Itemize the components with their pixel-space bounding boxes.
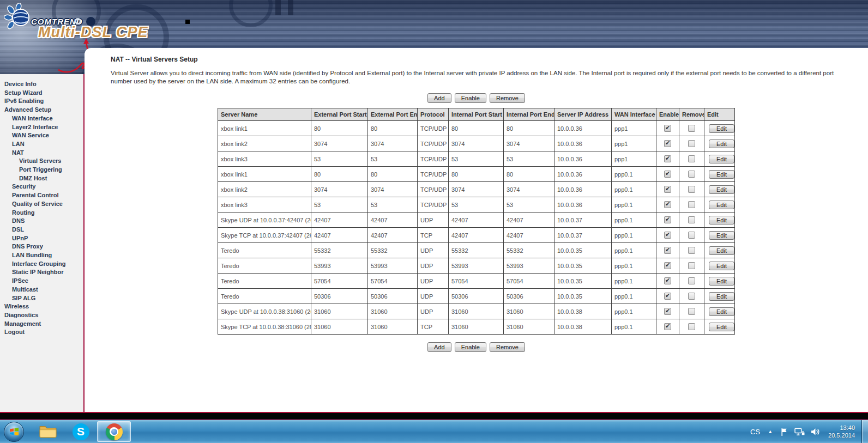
edit-button[interactable]: Edit: [709, 201, 734, 209]
enable-checkbox[interactable]: [664, 293, 671, 300]
sidebar-item-sip-alg[interactable]: SIP ALG: [0, 294, 83, 303]
sidebar-item-ipsec[interactable]: IPSec: [0, 277, 83, 286]
remove-checkbox[interactable]: [688, 140, 695, 147]
edit-button[interactable]: Edit: [709, 307, 734, 316]
sidebar-item-management[interactable]: Management: [0, 320, 83, 329]
remove-checkbox[interactable]: [688, 277, 695, 284]
skype-taskbar-button[interactable]: S: [67, 421, 95, 442]
enable-checkbox[interactable]: [664, 216, 671, 223]
add-button[interactable]: Add: [427, 93, 451, 103]
clock[interactable]: 13:40 20.5.2014: [828, 424, 855, 439]
windows-start-button[interactable]: [4, 422, 24, 442]
sidebar-item-dns-proxy[interactable]: DNS Proxy: [0, 242, 83, 251]
wan-interface-cell: ppp1: [612, 151, 656, 167]
remove-checkbox[interactable]: [688, 125, 695, 132]
add-button[interactable]: Add: [427, 342, 451, 352]
chrome-taskbar-button[interactable]: [97, 421, 131, 442]
hidden-icons-arrow[interactable]: ▲: [768, 429, 773, 434]
enable-checkbox[interactable]: [664, 186, 671, 193]
explorer-taskbar-button[interactable]: [34, 421, 62, 442]
enable-button[interactable]: Enable: [455, 342, 486, 352]
remove-button[interactable]: Remove: [490, 342, 525, 352]
sidebar-item-nat[interactable]: NAT: [0, 149, 83, 157]
edit-button[interactable]: Edit: [709, 231, 734, 240]
show-desktop-button[interactable]: [861, 420, 868, 443]
remove-checkbox[interactable]: [688, 155, 695, 162]
remove-checkbox[interactable]: [688, 201, 695, 208]
sidebar-item-layer2-interface[interactable]: Layer2 Interface: [0, 123, 83, 132]
sidebar-item-dmz-host[interactable]: DMZ Host: [0, 174, 83, 183]
sidebar-item-device-info[interactable]: Device Info: [0, 80, 83, 89]
sidebar-item-wan-interface[interactable]: WAN Interface: [0, 114, 83, 123]
enable-cell: [656, 121, 679, 136]
sidebar-item-setup-wizard[interactable]: Setup Wizard: [0, 89, 83, 98]
remove-checkbox[interactable]: [688, 232, 695, 239]
sidebar-item-logout[interactable]: Logout: [0, 328, 83, 337]
sidebar-item-parental-control[interactable]: Parental Control: [0, 191, 83, 200]
remove-button[interactable]: Remove: [490, 93, 525, 103]
top-actions-row: AddEnableRemove: [85, 93, 868, 103]
sidebar-item-port-triggering[interactable]: Port Triggering: [0, 166, 83, 174]
wan-interface-cell: ppp0.1: [612, 258, 656, 274]
enable-checkbox[interactable]: [664, 155, 671, 162]
enable-checkbox[interactable]: [664, 308, 671, 315]
edit-button[interactable]: Edit: [709, 155, 734, 163]
remove-checkbox[interactable]: [688, 293, 695, 300]
edit-button[interactable]: Edit: [709, 185, 734, 194]
language-indicator[interactable]: CS: [750, 428, 760, 436]
edit-button[interactable]: Edit: [709, 246, 734, 255]
bar-decoration: [275, 0, 281, 15]
internal-port-start-cell: 55332: [449, 243, 504, 258]
sidebar-item-diagnostics[interactable]: Diagnostics: [0, 311, 83, 320]
network-icon[interactable]: [794, 428, 805, 436]
sidebar-item-dns[interactable]: DNS: [0, 217, 83, 226]
external-port-end-cell: 50306: [368, 289, 418, 304]
sidebar-item-interface-grouping[interactable]: Interface Grouping: [0, 260, 83, 269]
enable-checkbox[interactable]: [664, 247, 671, 254]
sidebar-item-static-ip-neighbor[interactable]: Static IP Neighbor: [0, 268, 83, 277]
sidebar-item-security[interactable]: Security: [0, 183, 83, 191]
remove-checkbox[interactable]: [688, 216, 695, 223]
remove-checkbox[interactable]: [688, 308, 695, 315]
sidebar-item-dsl[interactable]: DSL: [0, 226, 83, 234]
sidebar-item-ipv6-enabling[interactable]: IPv6 Enabling: [0, 97, 83, 106]
sidebar-item-multicast[interactable]: Multicast: [0, 286, 83, 294]
sidebar-item-advanced-setup[interactable]: Advanced Setup: [0, 106, 83, 114]
edit-button[interactable]: Edit: [709, 292, 734, 301]
sidebar-item-upnp[interactable]: UPnP: [0, 234, 83, 243]
sidebar-item-wan-service[interactable]: WAN Service: [0, 131, 83, 140]
edit-cell: Edit: [704, 182, 735, 197]
edit-button[interactable]: Edit: [709, 216, 734, 224]
edit-button[interactable]: Edit: [709, 124, 734, 133]
remove-checkbox[interactable]: [688, 262, 695, 269]
enable-checkbox[interactable]: [664, 277, 671, 284]
edit-button[interactable]: Edit: [709, 262, 734, 270]
edit-button[interactable]: Edit: [709, 323, 734, 331]
server-name-cell: Teredo: [218, 243, 311, 258]
remove-checkbox[interactable]: [688, 171, 695, 178]
sidebar-item-wireless[interactable]: Wireless: [0, 302, 83, 311]
enable-checkbox[interactable]: [664, 262, 671, 269]
sidebar-item-virtual-servers[interactable]: Virtual Servers: [0, 157, 83, 166]
enable-checkbox[interactable]: [664, 125, 671, 132]
edit-button[interactable]: Edit: [709, 139, 734, 148]
sidebar-item-quality-of-service[interactable]: Quality of Service: [0, 200, 83, 209]
edit-button[interactable]: Edit: [709, 170, 734, 179]
table-row: Skype TCP at 10.0.0.38:31060 (2696)31060…: [218, 319, 735, 335]
enable-button[interactable]: Enable: [455, 93, 486, 103]
sidebar-item-routing[interactable]: Routing: [0, 209, 83, 217]
enable-checkbox[interactable]: [664, 140, 671, 147]
volume-icon[interactable]: [811, 428, 820, 436]
edit-button[interactable]: Edit: [709, 277, 734, 286]
sidebar-item-lan[interactable]: LAN: [0, 140, 83, 149]
remove-checkbox[interactable]: [688, 186, 695, 193]
enable-checkbox[interactable]: [664, 171, 671, 178]
remove-checkbox[interactable]: [688, 323, 695, 330]
remove-checkbox[interactable]: [688, 247, 695, 254]
external-port-start-cell: 3074: [311, 182, 368, 197]
action-center-flag-icon[interactable]: [780, 427, 788, 436]
enable-checkbox[interactable]: [664, 232, 671, 239]
enable-checkbox[interactable]: [664, 323, 671, 330]
sidebar-item-lan-bundling[interactable]: LAN Bundling: [0, 251, 83, 260]
enable-checkbox[interactable]: [664, 201, 671, 208]
